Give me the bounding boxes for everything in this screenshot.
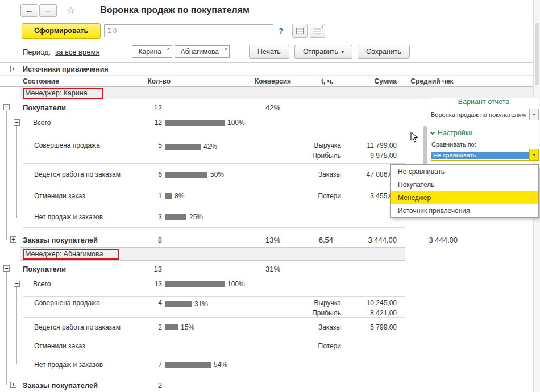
report-variant-combo[interactable]: Воронка продаж по покупателям ▾ <box>429 109 539 120</box>
manager-group-label: Менеджер: Абнагимова <box>25 250 103 258</box>
compare-by-label: Сравнивать по: <box>429 141 539 148</box>
buyers-conversion: 31% <box>239 265 307 273</box>
dropdown-option[interactable]: Покупатель <box>391 178 538 191</box>
chevron-down-icon: ▾ <box>533 112 535 117</box>
measure-value: 9 975,00 <box>340 152 397 160</box>
total-label: Всего <box>33 280 51 288</box>
report-group: Менеджер: Абнагимова−Покупатели1331%−Все… <box>0 247 540 392</box>
status-count: 4 <box>117 299 162 307</box>
funnel-bar-cell: 100% <box>165 119 245 127</box>
report-variant-header: Вариант отчета <box>429 98 539 109</box>
orders-label: Заказы покупателей <box>23 381 98 390</box>
measure-name: Заказы <box>273 170 341 178</box>
status-row[interactable]: Нет продаж и заказов754% <box>0 355 540 374</box>
annotation-highlight-box: Менеджер: Карина <box>23 88 103 99</box>
buyers-group-row[interactable]: −Покупатели1331% <box>0 261 540 277</box>
inner-group-body: −Всего13100%Совершена продажа431%Выручка… <box>0 277 540 374</box>
buyers-label: Покупатели <box>23 265 66 273</box>
settings-section-toggle[interactable]: Настройки <box>429 129 539 137</box>
quick-sum-value: Σ 0 <box>107 27 117 34</box>
status-row[interactable]: Отменили заказПотери <box>0 336 540 355</box>
scrollbar-thumb[interactable] <box>535 23 539 85</box>
compare-by-combo[interactable]: Не сравнивать ▾ <box>431 149 539 161</box>
funnel-bar <box>165 144 201 150</box>
funnel-bar-percent: 42% <box>203 143 217 151</box>
orders-average: 3 444,00 <box>404 236 458 244</box>
back-button[interactable]: ← <box>20 4 38 17</box>
filter-chip[interactable]: Абнагимова× <box>175 45 230 58</box>
send-button[interactable]: Отправить ▾ <box>294 45 352 59</box>
minus-badge-icon: − <box>302 24 307 30</box>
dropdown-button[interactable]: ▾ <box>529 109 538 120</box>
funnel-bar-cell: 15% <box>165 323 194 331</box>
collapse-groups-button[interactable]: − <box>292 24 308 38</box>
settings-header-label: Настройки <box>438 129 472 137</box>
plus-badge-icon: + <box>320 24 325 30</box>
funnel-bar-percent: 54% <box>214 361 227 369</box>
filter-chip[interactable]: Карина× <box>132 45 172 58</box>
expand-icon[interactable]: + <box>10 66 16 72</box>
generate-button[interactable]: Сформировать <box>22 23 101 39</box>
back-arrow-icon: ← <box>26 6 34 15</box>
compare-by-value: Не сравнивать <box>431 152 529 159</box>
status-count: 5 <box>117 141 162 149</box>
buyers-label: Покупатели <box>23 103 66 112</box>
dropdown-option[interactable]: Не сравнивать <box>391 165 538 178</box>
measure-value: 47 086,00 <box>340 170 397 178</box>
funnel-bar-percent: 8% <box>175 192 184 200</box>
action-buttons: Печать Отправить ▾ Сохранить <box>249 45 410 59</box>
forward-arrow-icon: → <box>44 6 52 15</box>
status-label: Отменили заказ <box>34 342 85 350</box>
dropdown-button[interactable]: ▾ <box>529 149 538 160</box>
collapse-icon[interactable]: − <box>14 119 20 126</box>
close-icon[interactable]: × <box>167 47 170 52</box>
orders-count: 8 <box>117 236 162 244</box>
status-count: 1 <box>117 192 162 200</box>
funnel-bar <box>165 301 192 307</box>
expand-groups-button[interactable]: + <box>310 24 325 38</box>
dropdown-option[interactable]: Менеджер <box>391 191 538 204</box>
collapse-icon[interactable]: − <box>14 281 20 287</box>
close-icon[interactable]: × <box>225 47 227 52</box>
orders-group-row[interactable]: +Заказы покупателей2 <box>0 378 540 392</box>
status-count: 3 <box>117 213 162 221</box>
window-header: ← → ☆ Воронка продаж по покупателям <box>0 0 540 20</box>
collapse-icon[interactable]: − <box>3 265 10 272</box>
status-row[interactable]: Совершена продажа431%Выручка10 245,00При… <box>0 296 540 318</box>
send-button-label: Отправить <box>303 48 338 56</box>
status-row[interactable]: Ведется работа по заказам215%Заказы5 799… <box>0 318 540 336</box>
orders-group-row[interactable]: +Заказы покупателей813%6,543 444,003 444… <box>0 232 540 247</box>
column-header: Состояние <box>23 77 136 85</box>
quick-sum-field[interactable]: Σ 0 <box>104 24 273 37</box>
dropdown-option[interactable]: Источник привлечения <box>391 204 538 217</box>
manager-group-label: Менеджер: Карина <box>25 89 88 97</box>
measure-value: 8 421,00 <box>340 309 397 317</box>
save-button[interactable]: Сохранить <box>358 45 410 59</box>
measure-value: 3 455,00 <box>340 192 397 200</box>
status-label: Отменили заказ <box>34 192 85 200</box>
report-group-row-sources[interactable]: + Источники привлечения <box>0 63 540 76</box>
expand-icon[interactable]: + <box>10 382 16 388</box>
period-link[interactable]: за все время <box>55 48 99 56</box>
column-header: Сумма <box>340 77 397 85</box>
funnel-bar-cell: 31% <box>165 300 208 308</box>
help-icon[interactable]: ? <box>279 27 283 35</box>
print-button[interactable]: Печать <box>249 45 289 59</box>
expand-icon[interactable]: + <box>10 236 16 243</box>
total-count: 13 <box>117 280 162 288</box>
total-count: 12 <box>117 119 162 127</box>
total-row[interactable]: −Всего13100% <box>0 277 540 291</box>
collapse-groups-icon: − <box>296 28 304 34</box>
funnel-bar-percent: 50% <box>210 170 224 178</box>
status-label: Нет продаж и заказов <box>34 361 103 369</box>
favorite-star-icon[interactable]: ☆ <box>67 6 75 15</box>
column-header: t, ч. <box>296 77 333 85</box>
filter-bar: Период: за все время Карина×Абнагимова× … <box>0 41 540 62</box>
manager-group-row[interactable]: Менеджер: Абнагимова <box>0 247 540 261</box>
forward-button[interactable]: → <box>39 4 57 17</box>
measure-name: Прибыль <box>273 152 341 160</box>
collapse-icon[interactable]: − <box>3 104 10 110</box>
measure-name: Заказы <box>273 323 341 331</box>
group-body: −Покупатели1331%−Всего13100%Совершена пр… <box>0 261 540 392</box>
funnel-bar-percent: 31% <box>194 300 208 308</box>
